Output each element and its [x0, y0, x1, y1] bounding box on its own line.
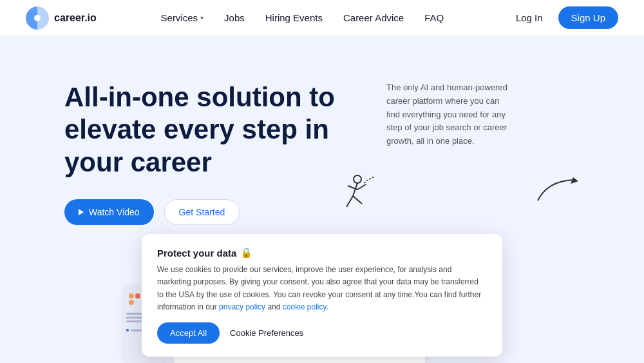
- cookie-title: Protect your data 🔒: [157, 247, 487, 259]
- hero-title: All-in-one solution to elevate every ste…: [64, 81, 335, 179]
- accept-all-button[interactable]: Accept All: [157, 322, 220, 344]
- chevron-down-icon: ▾: [200, 14, 204, 21]
- hero-section: All-in-one solution to elevate every ste…: [0, 36, 644, 363]
- svg-point-0: [354, 175, 361, 183]
- navbar: career.io Services ▾ Jobs Hiring Events …: [0, 0, 644, 36]
- nav-career-advice[interactable]: Career Advice: [343, 12, 404, 23]
- nav-links: Services ▾ Jobs Hiring Events Career Adv…: [161, 12, 444, 23]
- svg-line-5: [357, 184, 366, 190]
- hero-buttons: Watch Video Get Started: [64, 199, 335, 225]
- svg-line-2: [346, 196, 353, 207]
- play-icon: [79, 209, 84, 215]
- nav-actions: Log In Sign Up: [508, 6, 618, 29]
- arrow-illustration: [535, 175, 580, 207]
- running-figure-illustration: [328, 172, 380, 223]
- cookie-policy-link[interactable]: cookie policy.: [283, 302, 328, 311]
- watch-video-button[interactable]: Watch Video: [64, 199, 154, 225]
- logo-icon: [26, 6, 49, 30]
- cookie-preferences-button[interactable]: Cookie Preferences: [230, 328, 303, 338]
- cookie-text: We use cookies to provide our services, …: [157, 264, 487, 313]
- cookie-banner: Protect your data 🔒 We use cookies to pr…: [142, 234, 502, 357]
- privacy-policy-link[interactable]: privacy policy: [219, 302, 265, 311]
- cookie-actions: Accept All Cookie Preferences: [157, 322, 487, 344]
- nav-services[interactable]: Services ▾: [161, 12, 204, 23]
- svg-line-3: [353, 196, 362, 204]
- hero-description: The only AI and human-powered career pla…: [386, 81, 515, 148]
- logo[interactable]: career.io: [26, 6, 97, 30]
- login-button[interactable]: Log In: [508, 7, 551, 28]
- lock-icon: 🔒: [240, 247, 252, 259]
- nav-jobs[interactable]: Jobs: [224, 12, 245, 23]
- logo-text: career.io: [54, 12, 97, 24]
- hero-left: All-in-one solution to elevate every ste…: [64, 75, 335, 225]
- nav-hiring-events[interactable]: Hiring Events: [265, 12, 323, 23]
- nav-faq[interactable]: FAQ: [424, 12, 444, 23]
- get-started-button[interactable]: Get Started: [164, 199, 240, 225]
- signup-button[interactable]: Sign Up: [558, 6, 618, 29]
